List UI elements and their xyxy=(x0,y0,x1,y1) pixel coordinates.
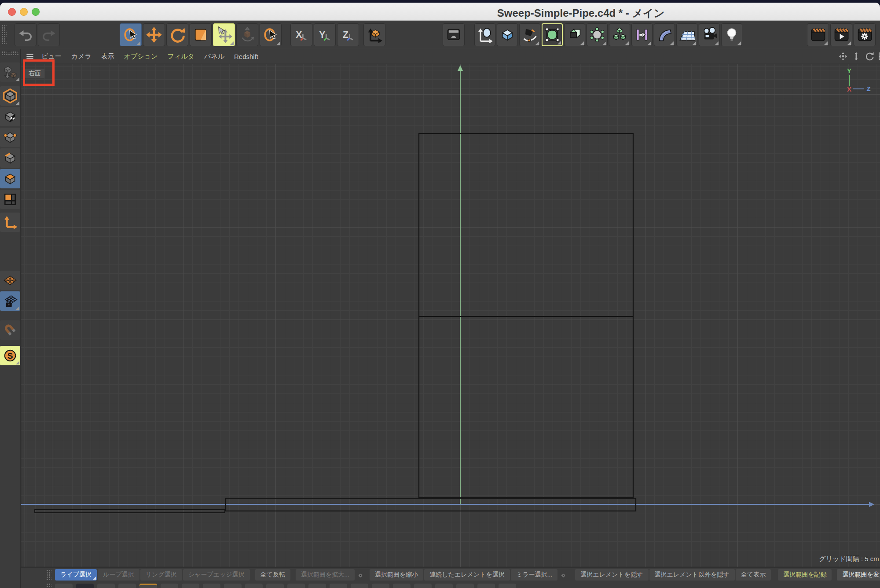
palette-icon-stub[interactable] xyxy=(266,584,284,588)
lock-workplane-button[interactable] xyxy=(0,291,20,311)
svg-text:S: S xyxy=(7,351,13,360)
hide-selected-command[interactable]: 選択エレメントを隠す xyxy=(575,569,648,581)
select-connected-command[interactable]: 連続したエレメントを選択 xyxy=(424,569,510,581)
menu-redshift[interactable]: Redshift xyxy=(229,53,263,60)
move-tool[interactable] xyxy=(143,23,165,46)
viewport[interactable]: YXZ 右面 グリッド間隔 : 5 cm xyxy=(21,64,880,567)
palette-icon-stub[interactable] xyxy=(203,584,220,588)
selection-tool-slot[interactable] xyxy=(260,23,282,46)
minimize-button[interactable] xyxy=(20,8,28,16)
palette-icon-stub[interactable] xyxy=(245,584,263,588)
sharp-edge-selection-command[interactable]: シャープエッジ選択 xyxy=(183,569,250,581)
palette-icon-stub[interactable] xyxy=(308,584,326,588)
orbit-view-button[interactable] xyxy=(864,51,875,62)
render-picture-viewer-button[interactable] xyxy=(830,23,852,46)
extrude-generator-menu[interactable] xyxy=(564,23,585,46)
palette-icon-stub[interactable] xyxy=(97,584,115,588)
ring-selection-command[interactable]: リング選択 xyxy=(140,569,182,581)
unhide-all-command[interactable]: 全て表示 xyxy=(736,569,771,581)
texture-mode-button[interactable] xyxy=(0,107,20,126)
make-editable-button[interactable] xyxy=(0,62,20,82)
active-move-tool[interactable] xyxy=(213,23,235,46)
menu-camera[interactable]: カメラ xyxy=(66,52,96,61)
undo-button[interactable] xyxy=(15,23,37,46)
menu-panel[interactable]: パネル xyxy=(199,52,229,61)
live-selection-command[interactable]: ライブ選択 xyxy=(55,569,97,581)
palette-icon-stub[interactable] xyxy=(372,584,389,588)
palette-icon-stub[interactable] xyxy=(55,584,73,588)
close-button[interactable] xyxy=(8,8,16,16)
live-selection-tool[interactable] xyxy=(120,23,142,46)
floor-environment-menu[interactable] xyxy=(676,23,697,46)
light-menu[interactable] xyxy=(721,23,742,46)
palette-icon-stub[interactable] xyxy=(435,584,453,588)
menu-filter[interactable]: フィルタ xyxy=(163,52,199,61)
palette-icon-stub[interactable] xyxy=(76,584,94,588)
menu-display[interactable]: 表示 xyxy=(96,52,119,61)
palette-icon-stub[interactable] xyxy=(477,584,495,588)
subdivision-surface-menu[interactable] xyxy=(542,23,563,46)
palette-icon-stub[interactable] xyxy=(118,584,136,588)
render-view-button[interactable] xyxy=(443,23,465,46)
mirror-selection-command[interactable]: ミラー選択... xyxy=(511,569,557,581)
scale-tool[interactable] xyxy=(190,23,212,46)
render-settings-button[interactable] xyxy=(854,23,876,46)
bottom-palette-drag-handle[interactable] xyxy=(46,583,51,588)
menu-options[interactable]: オプション xyxy=(119,52,163,61)
palette-icon-stub[interactable] xyxy=(393,584,411,588)
model-mode-button[interactable] xyxy=(0,86,20,106)
y-axis-lock[interactable]: Y xyxy=(314,23,336,46)
dolly-view-button[interactable] xyxy=(851,51,862,62)
palette-icon-stub[interactable] xyxy=(161,584,178,588)
zoom-button[interactable] xyxy=(32,8,40,16)
shrink-selection-command[interactable]: 選択範囲を縮小 xyxy=(370,569,423,581)
palette-icon-stub[interactable] xyxy=(330,584,347,588)
rotate-tool[interactable] xyxy=(166,23,188,46)
render-active-view-button[interactable] xyxy=(807,23,829,46)
snap-toggle-button[interactable] xyxy=(0,320,20,340)
selection-toolbar-drag-handle[interactable] xyxy=(46,570,51,580)
extrude-icon xyxy=(566,26,583,43)
palette-icon-stub[interactable] xyxy=(414,584,432,588)
spline-effector-menu[interactable] xyxy=(631,23,653,46)
palette-icon-stub[interactable] xyxy=(351,584,368,588)
hide-unselected-command[interactable]: 選択エレメント以外を隠す xyxy=(649,569,735,581)
x-axis-lock[interactable]: X xyxy=(290,23,312,46)
gear-icon[interactable] xyxy=(356,569,365,581)
enable-axis-button[interactable] xyxy=(0,213,20,232)
ffd-deformer-menu[interactable] xyxy=(587,23,608,46)
array-clone-menu[interactable] xyxy=(609,23,630,46)
bend-deformer-menu[interactable] xyxy=(654,23,675,46)
grow-selection-command[interactable]: 選択範囲を拡大... xyxy=(296,569,355,581)
convert-selection-command[interactable]: 選択範囲を変換 xyxy=(837,569,880,581)
toggle-view-layout-button[interactable] xyxy=(877,51,880,62)
workplane-mode-button[interactable] xyxy=(0,271,20,290)
simulation-tool[interactable] xyxy=(236,23,258,46)
camera-icon xyxy=(701,26,718,43)
gear-icon[interactable] xyxy=(558,569,568,581)
record-selection-command[interactable]: 選択範囲を記録 xyxy=(778,569,832,581)
coordinate-system-toggle[interactable] xyxy=(363,23,385,46)
z-axis-lock[interactable]: Z xyxy=(337,23,359,46)
palette-icon-stub[interactable] xyxy=(456,584,474,588)
spline-primitive-menu[interactable] xyxy=(474,23,495,46)
pen-spline-menu[interactable] xyxy=(519,23,540,46)
toolbar-drag-handle[interactable] xyxy=(1,25,7,45)
redo-button[interactable] xyxy=(38,23,60,46)
palette-icon-stub[interactable] xyxy=(287,584,305,588)
loop-selection-command[interactable]: ループ選択 xyxy=(98,569,139,581)
pan-view-button[interactable] xyxy=(837,51,849,62)
quantize-snap-button[interactable]: S xyxy=(0,346,20,365)
primitive-cube-menu[interactable] xyxy=(497,23,518,46)
sidebar-drag-handle[interactable] xyxy=(1,51,19,56)
palette-icon-stub[interactable] xyxy=(139,584,157,588)
invert-all-command[interactable]: 全て反転 xyxy=(255,569,290,581)
edge-mode-button[interactable] xyxy=(0,148,20,168)
point-mode-button[interactable] xyxy=(0,128,20,147)
palette-icon-stub[interactable] xyxy=(499,584,516,588)
camera-menu[interactable] xyxy=(699,23,720,46)
palette-icon-stub[interactable] xyxy=(224,584,242,588)
uv-mode-button[interactable] xyxy=(0,190,20,209)
palette-icon-stub[interactable] xyxy=(182,584,199,588)
polygon-mode-button[interactable] xyxy=(0,169,20,188)
